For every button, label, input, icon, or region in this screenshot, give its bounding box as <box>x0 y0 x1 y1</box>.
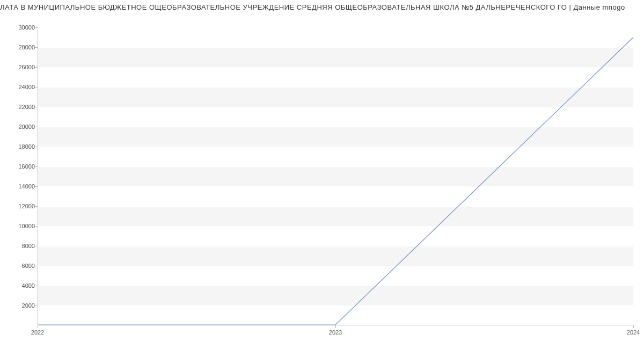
y-tick-label: 28000 <box>3 44 35 50</box>
y-tick-mark <box>35 226 38 227</box>
y-tick-mark <box>35 47 38 48</box>
y-tick-label: 16000 <box>3 163 35 170</box>
y-tick-mark <box>35 27 38 28</box>
chart-title: ЛАТА В МУНИЦИПАЛЬНОЕ БЮДЖЕТНОЕ ОЩЕОБРАЗО… <box>0 0 644 11</box>
y-tick-label: 12000 <box>3 203 35 209</box>
y-tick-label: 14000 <box>3 183 35 190</box>
y-tick-mark <box>35 246 38 246</box>
x-tick-label: 2022 <box>31 329 44 336</box>
y-tick-mark <box>35 107 38 107</box>
y-tick-mark <box>35 306 38 306</box>
x-tick-mark <box>38 325 38 328</box>
y-tick-mark <box>35 206 38 207</box>
y-tick-mark <box>35 87 38 88</box>
chart-container: 2000400060008000100001200014000160001800… <box>0 11 644 344</box>
y-tick-mark <box>35 147 38 147</box>
y-tick-label: 10000 <box>3 223 35 229</box>
y-tick-mark <box>35 266 38 266</box>
x-tick-label: 2024 <box>627 329 640 336</box>
y-tick-mark <box>35 286 38 286</box>
x-tick-mark <box>335 325 336 328</box>
y-tick-mark <box>35 127 38 127</box>
y-tick-label: 4000 <box>3 282 35 289</box>
series-line <box>38 37 633 325</box>
y-axis-line <box>38 27 38 325</box>
x-tick-mark <box>633 325 634 328</box>
y-tick-label: 26000 <box>3 64 35 70</box>
line-layer <box>38 27 633 325</box>
y-tick-label: 18000 <box>3 143 35 150</box>
y-tick-label: 2000 <box>3 302 35 309</box>
y-tick-label: 30000 <box>3 24 35 31</box>
y-tick-mark <box>35 166 38 167</box>
y-tick-label: 6000 <box>3 263 35 269</box>
y-tick-label: 8000 <box>3 243 35 249</box>
plot-area <box>38 27 633 325</box>
y-tick-label: 20000 <box>3 123 35 130</box>
y-tick-mark <box>35 67 38 68</box>
y-tick-mark <box>35 186 38 187</box>
y-tick-label: 24000 <box>3 84 35 90</box>
x-tick-label: 2023 <box>329 329 342 336</box>
y-tick-label: 22000 <box>3 104 35 110</box>
